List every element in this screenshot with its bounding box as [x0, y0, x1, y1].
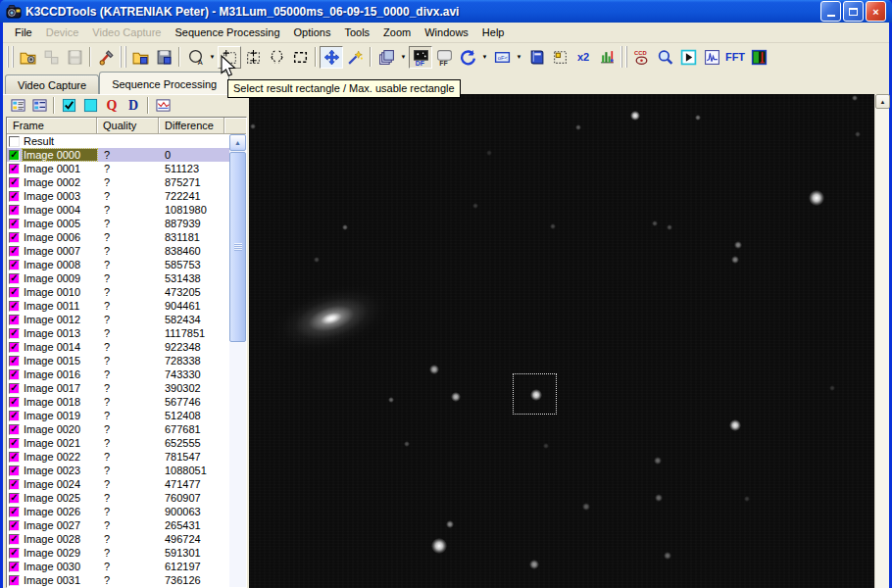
- quality-graph-button[interactable]: [152, 96, 173, 116]
- refresh-sequence-button-dropdown[interactable]: ▼: [479, 46, 490, 69]
- frame-row-result[interactable]: Result: [7, 134, 229, 148]
- result-selection-rectangle[interactable]: [513, 373, 557, 415]
- play-sequence-button[interactable]: [676, 46, 700, 69]
- frame-row-image-0030[interactable]: ✓Image 0030?612197: [7, 560, 229, 573]
- header-frame[interactable]: Frame: [7, 118, 97, 134]
- tab-sequence-processing[interactable]: Sequence Processing: [99, 72, 229, 94]
- frame-row-image-0001[interactable]: ✓Image 0001?511123: [7, 162, 229, 175]
- frame-checkbox[interactable]: [9, 136, 20, 147]
- video-preview-button-dropdown[interactable]: ▼: [514, 46, 524, 69]
- frame-checkbox[interactable]: ✓: [9, 369, 20, 380]
- image-scrollbar[interactable]: ▲: [874, 94, 889, 588]
- auto-process-wand-button[interactable]: [343, 46, 367, 69]
- refresh-sequence-button[interactable]: [456, 46, 479, 69]
- fft-button[interactable]: FFT: [723, 46, 747, 69]
- frame-checkbox[interactable]: ✓: [9, 479, 20, 490]
- frame-checkbox[interactable]: ✓: [9, 273, 20, 284]
- frame-row-image-0008[interactable]: ✓Image 0008?585753: [7, 258, 229, 271]
- frame-checkbox[interactable]: ✓: [9, 534, 20, 545]
- frame-list-scrollbar[interactable]: ▲: [229, 134, 246, 587]
- scroll-up-icon[interactable]: ▲: [229, 134, 246, 151]
- log-book-button[interactable]: [524, 46, 548, 69]
- align-frames-button[interactable]: [320, 46, 343, 69]
- frame-checkbox[interactable]: ✓: [9, 219, 20, 229]
- frame-checkbox[interactable]: ✓: [9, 328, 20, 339]
- frame-row-image-0011[interactable]: ✓Image 0011?904461: [7, 299, 229, 313]
- menu-file[interactable]: File: [8, 24, 39, 41]
- frame-checkbox[interactable]: ✓: [9, 177, 20, 188]
- frame-row-image-0027[interactable]: ✓Image 0027?265431: [7, 518, 229, 532]
- frame-checkbox[interactable]: ✓: [9, 315, 20, 325]
- frame-row-image-0028[interactable]: ✓Image 0028?496724: [7, 532, 229, 546]
- frame-row-image-0022[interactable]: ✓Image 0022?781547: [7, 450, 229, 464]
- frame-row-image-0013[interactable]: ✓Image 0013?1117851: [7, 326, 229, 340]
- menu-tools[interactable]: Tools: [337, 24, 376, 41]
- region-select-button[interactable]: [548, 46, 571, 69]
- open-video-file-button[interactable]: [16, 46, 39, 69]
- title-bar[interactable]: K3CCDTools (KATRENIAK Peter) - M31Lum_05…: [0, 0, 892, 23]
- frame-row-image-0006[interactable]: ✓Image 0006?831181: [7, 230, 229, 244]
- frame-checkbox[interactable]: ✓: [9, 246, 20, 257]
- frame-checkbox[interactable]: ✓: [9, 493, 20, 504]
- frame-row-image-0019[interactable]: ✓Image 0019?512408: [7, 409, 229, 422]
- frame-row-image-0014[interactable]: ✓Image 0014?922348: [7, 340, 229, 354]
- frame-checkbox[interactable]: ✓: [9, 150, 20, 161]
- frame-checkbox[interactable]: ✓: [9, 356, 20, 367]
- maximize-button[interactable]: [843, 1, 864, 22]
- frame-row-image-0025[interactable]: ✓Image 0025?760907: [7, 491, 229, 505]
- auto-align-mode-button[interactable]: A: [183, 46, 207, 69]
- frame-checkbox[interactable]: ✓: [9, 397, 20, 408]
- frame-checkbox[interactable]: ✓: [9, 342, 20, 353]
- menu-sequence-processing[interactable]: Sequence Processing: [168, 24, 286, 41]
- profile-graph-button[interactable]: [700, 46, 723, 69]
- frame-checkbox[interactable]: ✓: [9, 438, 20, 449]
- frame-row-image-0016[interactable]: ✓Image 0016?743330: [7, 368, 229, 381]
- frame-row-image-0004[interactable]: ✓Image 0004?1081980: [7, 203, 229, 217]
- frame-row-image-0009[interactable]: ✓Image 0009?531438: [7, 271, 229, 285]
- menu-options[interactable]: Options: [287, 24, 338, 41]
- tab-video-capture[interactable]: Video Capture: [5, 74, 99, 94]
- frame-row-image-0026[interactable]: ✓Image 0026?900063: [7, 505, 229, 518]
- frame-row-image-0000[interactable]: ✓Image 0000?0: [7, 148, 229, 162]
- frame-checkbox[interactable]: ✓: [9, 562, 20, 572]
- frame-checkbox[interactable]: ✓: [9, 452, 20, 463]
- magnifier-button[interactable]: [653, 46, 676, 69]
- save-sequence-button[interactable]: [152, 46, 175, 69]
- scrollbar-thumb[interactable]: [229, 152, 246, 342]
- frame-row-image-0002[interactable]: ✓Image 0002?875271: [7, 175, 229, 189]
- frame-checkbox[interactable]: ✓: [9, 575, 20, 586]
- difference-sort-button[interactable]: D: [123, 96, 144, 116]
- frame-checkbox[interactable]: ✓: [9, 287, 20, 298]
- frame-checkbox[interactable]: ✓: [9, 232, 20, 243]
- frame-row-image-0029[interactable]: ✓Image 0029?591301: [7, 546, 229, 560]
- image-scroll-up-icon[interactable]: ▲: [875, 94, 890, 109]
- frame-list-view-button[interactable]: [7, 96, 28, 116]
- frame-row-image-0023[interactable]: ✓Image 0023?1088051: [7, 464, 229, 477]
- frame-row-image-0005[interactable]: ✓Image 0005?887939: [7, 217, 229, 230]
- quality-sort-button[interactable]: Q: [101, 96, 123, 116]
- frame-checkbox[interactable]: ✓: [9, 520, 20, 531]
- frame-row-image-0015[interactable]: ✓Image 0015?728338: [7, 354, 229, 368]
- max-usable-rectangle-button[interactable]: [241, 46, 265, 69]
- frame-row-image-0010[interactable]: ✓Image 0010?473205: [7, 285, 229, 299]
- video-preview-button[interactable]: oF<: [490, 46, 514, 69]
- frame-row-image-0007[interactable]: ✓Image 0007?838460: [7, 244, 229, 258]
- minimize-button[interactable]: [820, 1, 841, 22]
- frame-row-image-0024[interactable]: ✓Image 0024?471477: [7, 477, 229, 491]
- zoom-x2-button[interactable]: x2: [571, 46, 595, 69]
- menu-zoom[interactable]: Zoom: [376, 24, 418, 41]
- frame-row-image-0012[interactable]: ✓Image 0012?582434: [7, 313, 229, 326]
- crop-region-button[interactable]: [265, 46, 288, 69]
- starfield-image[interactable]: [249, 94, 874, 588]
- flat-field-button[interactable]: FF: [432, 46, 456, 69]
- header-difference[interactable]: Difference: [159, 118, 224, 134]
- uncheck-all-frames-button[interactable]: [79, 96, 101, 116]
- frame-checkbox[interactable]: ✓: [9, 507, 20, 517]
- levels-adjust-button[interactable]: [595, 46, 619, 69]
- frame-row-image-0021[interactable]: ✓Image 0021?652555: [7, 436, 229, 450]
- header-quality[interactable]: Quality: [97, 118, 159, 134]
- close-button[interactable]: ×: [866, 1, 886, 22]
- frame-checkbox[interactable]: ✓: [9, 164, 20, 174]
- frame-checkbox[interactable]: ✓: [9, 466, 20, 476]
- frame-row-image-0020[interactable]: ✓Image 0020?677681: [7, 422, 229, 436]
